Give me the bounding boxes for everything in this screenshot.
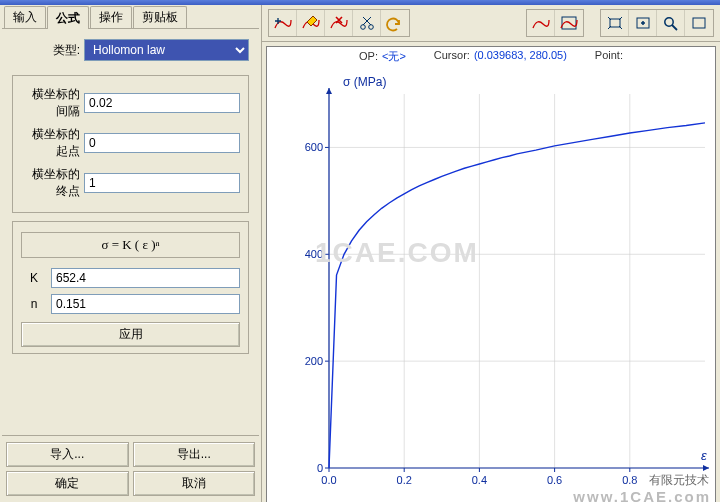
- svg-text:200: 200: [305, 355, 323, 367]
- chart-plot: 02004006000.00.20.40.60.8σ (MPa)ε: [267, 64, 715, 502]
- svg-text:0.8: 0.8: [622, 474, 637, 486]
- interval-label: 横坐标的间隔: [21, 86, 84, 120]
- n-input[interactable]: [51, 294, 240, 314]
- svg-text:0.2: 0.2: [397, 474, 412, 486]
- svg-text:0: 0: [317, 462, 323, 474]
- svg-point-5: [664, 18, 672, 26]
- svg-text:σ (MPa): σ (MPa): [343, 75, 386, 89]
- n-label: n: [21, 297, 51, 311]
- tab-input[interactable]: 输入: [4, 6, 46, 28]
- k-input[interactable]: [51, 268, 240, 288]
- svg-rect-6: [693, 18, 705, 28]
- tab-strip: 输入 公式 操作 剪贴板: [2, 7, 259, 29]
- curve-grid-icon[interactable]: [555, 10, 583, 36]
- axis-group: 横坐标的间隔 横坐标的起点 横坐标的终点: [12, 75, 249, 213]
- chart-canvas[interactable]: OP:<无> Cursor:(0.039683, 280.05) Point: …: [266, 46, 716, 502]
- chart-toolbar: [262, 5, 720, 42]
- svg-text:0.4: 0.4: [472, 474, 487, 486]
- svg-text:600: 600: [305, 141, 323, 153]
- ok-button[interactable]: 确定: [6, 471, 129, 496]
- dialog-buttons: 导入... 导出... 确定 取消: [2, 435, 259, 502]
- type-label: 类型:: [12, 42, 84, 59]
- end-label: 横坐标的终点: [21, 166, 84, 200]
- chart-panel: OP:<无> Cursor:(0.039683, 280.05) Point: …: [262, 5, 720, 502]
- formula-display: σ = K ( ε )ⁿ: [21, 232, 240, 258]
- k-label: K: [21, 271, 51, 285]
- start-input[interactable]: [84, 133, 240, 153]
- apply-button[interactable]: 应用: [21, 322, 240, 347]
- export-button[interactable]: 导出...: [133, 442, 256, 467]
- formula-group: σ = K ( ε )ⁿ K n 应用: [12, 221, 249, 354]
- point-label: Point:: [595, 49, 623, 61]
- zoom-in-icon[interactable]: [629, 10, 657, 36]
- svg-point-1: [368, 25, 373, 30]
- tab-clipboard[interactable]: 剪贴板: [133, 6, 187, 28]
- svg-text:400: 400: [305, 248, 323, 260]
- cursor-label: Cursor:: [434, 49, 470, 61]
- cut-icon[interactable]: [353, 10, 381, 36]
- cancel-button[interactable]: 取消: [133, 471, 256, 496]
- add-point-icon[interactable]: [269, 10, 297, 36]
- fit-icon[interactable]: [601, 10, 629, 36]
- svg-text:0.0: 0.0: [321, 474, 336, 486]
- cursor-value: (0.039683, 280.05): [474, 49, 567, 61]
- tab-operate[interactable]: 操作: [90, 6, 132, 28]
- edit-point-icon[interactable]: [297, 10, 325, 36]
- op-value: <无>: [382, 50, 406, 62]
- box-icon[interactable]: [685, 10, 713, 36]
- search-icon[interactable]: [657, 10, 685, 36]
- end-input[interactable]: [84, 173, 240, 193]
- svg-text:0.6: 0.6: [547, 474, 562, 486]
- svg-text:ε: ε: [701, 448, 707, 463]
- start-label: 横坐标的起点: [21, 126, 84, 160]
- delete-point-icon[interactable]: [325, 10, 353, 36]
- credit-text: 有限元技术: [649, 472, 709, 489]
- curve-a-icon[interactable]: [527, 10, 555, 36]
- type-select[interactable]: Hollomon law: [84, 39, 249, 61]
- svg-rect-3: [610, 19, 620, 27]
- tab-formula[interactable]: 公式: [47, 6, 89, 29]
- chart-status: OP:<无> Cursor:(0.039683, 280.05) Point:: [267, 47, 715, 64]
- svg-point-0: [360, 25, 365, 30]
- op-label: OP:: [359, 50, 378, 62]
- import-button[interactable]: 导入...: [6, 442, 129, 467]
- interval-input[interactable]: [84, 93, 240, 113]
- undo-icon[interactable]: [381, 10, 409, 36]
- settings-panel: 输入 公式 操作 剪贴板 类型: Hollomon law 横坐标的间隔 横坐标…: [0, 5, 262, 502]
